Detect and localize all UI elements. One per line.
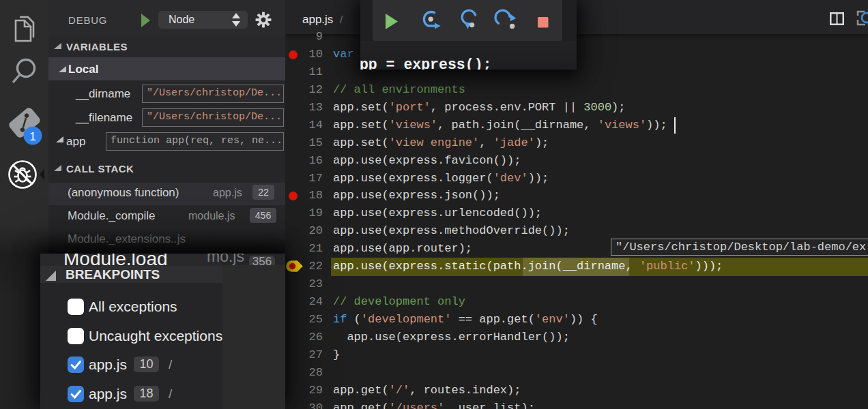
- svg-text:1: 1: [29, 130, 35, 143]
